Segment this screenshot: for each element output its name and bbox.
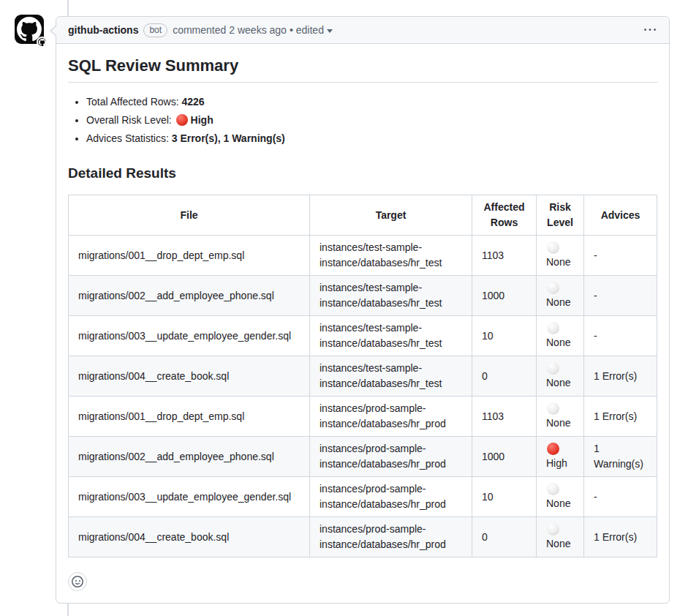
risk-level-label: None — [546, 538, 570, 549]
cell-risk-level: High — [537, 437, 584, 477]
cell-target: instances/prod-sample-instance/databases… — [310, 397, 472, 437]
cell-affected-rows: 1103 — [472, 236, 537, 276]
risk-level-label: None — [546, 337, 570, 348]
column-header-target: Target — [310, 195, 472, 236]
column-header-file: File — [69, 195, 310, 236]
cell-affected-rows: 1000 — [472, 437, 537, 477]
cell-risk-level: None — [537, 356, 584, 397]
summary-value: 3 Error(s), 1 Warning(s) — [172, 132, 285, 144]
risk-level-label: None — [546, 497, 570, 509]
meta-separator: • — [290, 23, 293, 37]
summary-list: Total Affected Rows: 4226 Overall Risk L… — [68, 94, 657, 146]
cell-target: instances/prod-sample-instance/databases… — [310, 437, 472, 477]
avatar[interactable] — [15, 15, 44, 44]
cell-advices: 1 Error(s) — [584, 397, 657, 437]
summary-value: 4226 — [181, 96, 204, 108]
cell-file: migrations/002__add_employee_phone.sql — [69, 437, 310, 477]
white-circle-icon — [547, 523, 559, 536]
risk-level-label: High — [546, 457, 567, 469]
cell-file: migrations/003__update_employee_gender.s… — [69, 477, 310, 517]
cell-affected-rows: 0 — [472, 356, 537, 397]
white-circle-icon — [547, 322, 559, 334]
red-circle-icon — [547, 443, 559, 455]
cell-file: migrations/001__drop_dept_emp.sql — [69, 397, 310, 437]
cell-affected-rows: 10 — [472, 477, 537, 517]
cell-target: instances/prod-sample-instance/databases… — [310, 477, 472, 517]
timeline-line — [67, 603, 69, 616]
risk-level-label: None — [546, 377, 570, 388]
comment-options-button[interactable] — [643, 23, 657, 37]
comment-meta: commented 2 weeks ago • edited — [173, 23, 333, 37]
table-header-row: File Target Affected Rows Risk Level Adv… — [69, 195, 657, 236]
cell-risk-level: None — [537, 236, 584, 276]
risk-level-label: None — [546, 296, 570, 308]
cell-advices: - — [584, 236, 657, 276]
cell-affected-rows: 1103 — [472, 397, 537, 437]
cell-file: migrations/004__create_book.sql — [69, 356, 310, 397]
cell-file: migrations/001__drop_dept_emp.sql — [69, 236, 310, 276]
table-row: migrations/002__add_employee_phone.sql i… — [69, 437, 657, 477]
page-title: SQL Review Summary — [68, 56, 657, 83]
white-circle-icon — [547, 362, 559, 375]
table-row: migrations/001__drop_dept_emp.sql instan… — [69, 236, 657, 276]
timestamp-link[interactable]: 2 weeks ago — [229, 23, 287, 37]
cell-advices: 1 Warning(s) — [584, 437, 657, 477]
cell-affected-rows: 1000 — [472, 276, 537, 316]
issue-comment-page: github-actions bot commented 2 weeks ago… — [0, 0, 680, 616]
cell-target: instances/test-sample-instance/databases… — [310, 236, 472, 276]
table-row: migrations/004__create_book.sql instance… — [69, 356, 657, 397]
bot-badge: bot — [143, 23, 167, 37]
table-row: migrations/003__update_employee_gender.s… — [69, 316, 657, 356]
cell-file: migrations/004__create_book.sql — [69, 517, 310, 557]
red-circle-icon — [176, 114, 188, 126]
summary-label: Total Affected Rows: — [86, 96, 181, 108]
comment-header: github-actions bot commented 2 weeks ago… — [56, 17, 669, 44]
cell-risk-level: None — [537, 477, 584, 517]
cell-risk-level: None — [537, 397, 584, 437]
cell-advices: - — [584, 477, 657, 517]
cell-target: instances/test-sample-instance/databases… — [310, 276, 472, 316]
cell-target: instances/test-sample-instance/databases… — [310, 316, 472, 356]
add-reaction-button[interactable] — [68, 572, 87, 591]
table-row: migrations/004__create_book.sql instance… — [69, 517, 657, 557]
table-row: migrations/001__drop_dept_emp.sql instan… — [69, 397, 657, 437]
column-header-advices: Advices — [584, 195, 657, 236]
edited-dropdown-button[interactable]: edited — [296, 23, 333, 37]
author-link[interactable]: github-actions — [68, 23, 138, 37]
cell-target: instances/test-sample-instance/databases… — [310, 356, 472, 397]
cell-risk-level: None — [537, 276, 584, 316]
smiley-icon — [72, 576, 83, 587]
cell-advices: 1 Error(s) — [584, 356, 657, 397]
timeline-line — [67, 0, 69, 16]
cell-advices: 1 Error(s) — [584, 517, 657, 557]
white-circle-icon — [547, 483, 559, 495]
chevron-down-icon — [327, 29, 333, 33]
summary-item-risk-level: Overall Risk Level: High — [86, 113, 657, 128]
cell-affected-rows: 0 — [472, 517, 537, 557]
cell-file: migrations/003__update_employee_gender.s… — [69, 316, 310, 356]
white-circle-icon — [547, 241, 559, 254]
cell-risk-level: None — [537, 517, 584, 557]
cell-advices: - — [584, 276, 657, 316]
table-row: migrations/003__update_employee_gender.s… — [69, 477, 657, 517]
comment-card: github-actions bot commented 2 weeks ago… — [56, 16, 670, 604]
cell-advices: - — [584, 316, 657, 356]
cell-risk-level: None — [537, 316, 584, 356]
summary-item-advices-stats: Advices Statistics: 3 Error(s), 1 Warnin… — [86, 131, 657, 146]
summary-item-total-rows: Total Affected Rows: 4226 — [86, 94, 657, 110]
summary-label: Advices Statistics: — [86, 132, 172, 144]
cell-affected-rows: 10 — [472, 316, 537, 356]
action-text: commented — [173, 23, 226, 37]
kebab-horizontal-icon — [644, 24, 656, 36]
section-title: Detailed Results — [68, 164, 657, 184]
summary-value: High — [191, 114, 214, 126]
white-circle-icon — [547, 282, 559, 294]
summary-label: Overall Risk Level: — [86, 114, 175, 126]
white-circle-icon — [547, 402, 559, 415]
comment-body: SQL Review Summary Total Affected Rows: … — [56, 44, 669, 603]
bot-avatar-badge-icon — [37, 37, 48, 48]
edited-label: edited — [296, 23, 324, 37]
cell-file: migrations/002__add_employee_phone.sql — [69, 276, 310, 316]
cell-target: instances/prod-sample-instance/databases… — [310, 517, 472, 557]
table-row: migrations/002__add_employee_phone.sql i… — [69, 276, 657, 316]
